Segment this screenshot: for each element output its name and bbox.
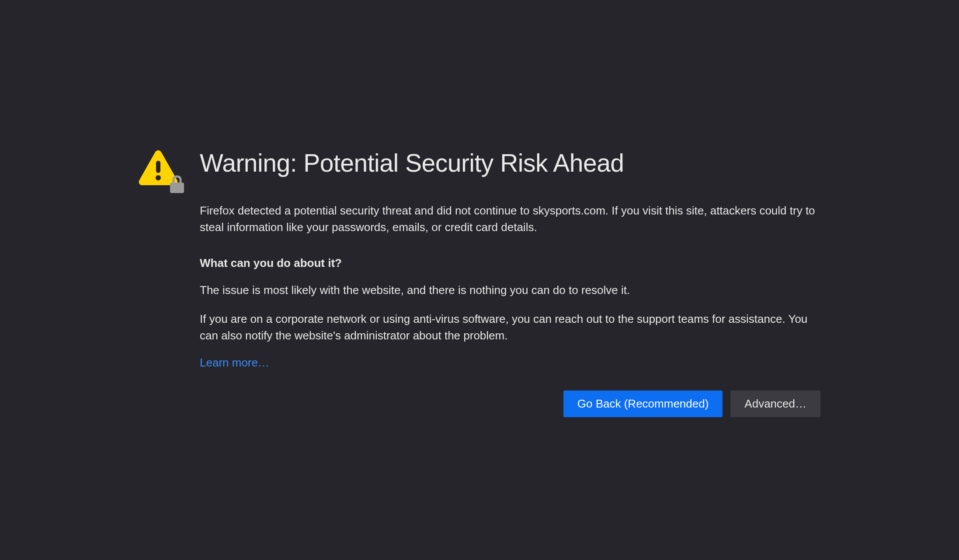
warning-icon-group	[139, 150, 182, 187]
go-back-button[interactable]: Go Back (Recommended)	[563, 391, 723, 417]
svg-rect-0	[156, 161, 160, 173]
error-body-1: The issue is most likely with the websit…	[200, 282, 820, 299]
button-row: Go Back (Recommended) Advanced…	[200, 391, 820, 417]
learn-more-link[interactable]: Learn more…	[200, 356, 269, 370]
error-page-container: Warning: Potential Security Risk Ahead F…	[139, 149, 820, 560]
error-description: Firefox detected a potential security th…	[200, 203, 820, 235]
error-body-2: If you are on a corporate network or usi…	[200, 311, 820, 344]
error-subtitle: What can you do about it?	[200, 256, 820, 270]
lock-icon	[168, 175, 186, 194]
error-content: Warning: Potential Security Risk Ahead F…	[200, 149, 820, 417]
advanced-button[interactable]: Advanced…	[730, 391, 820, 417]
svg-point-1	[156, 175, 161, 180]
svg-rect-2	[170, 183, 184, 193]
error-title: Warning: Potential Security Risk Ahead	[200, 149, 820, 177]
